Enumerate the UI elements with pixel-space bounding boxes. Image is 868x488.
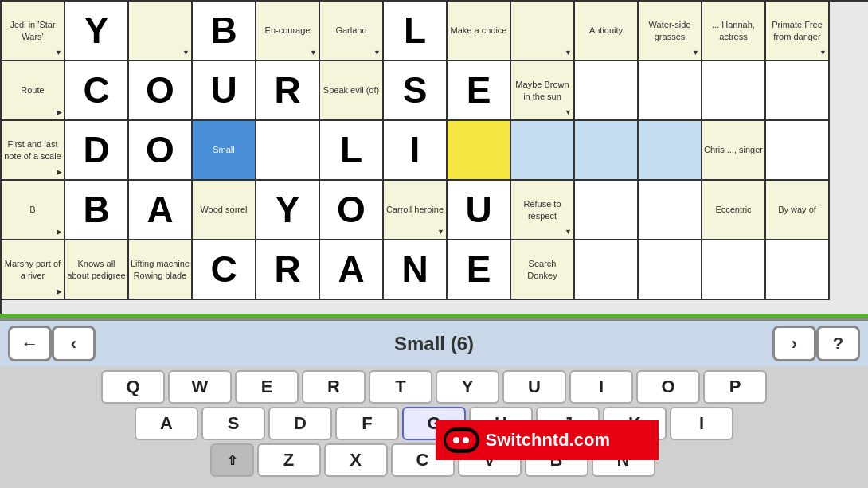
- key-T[interactable]: T: [369, 370, 432, 404]
- key-S[interactable]: S: [201, 407, 265, 440]
- cell-r5c9-search: Search Donkey: [511, 240, 575, 300]
- cell-r1c10: Antiquity: [575, 2, 639, 61]
- cell-r1c3: [129, 2, 193, 61]
- cell-r4c12-eccentric: Eccentric: [702, 181, 766, 240]
- grid: Jedi in 'Star Wars' Y B En-courage Garla…: [0, 0, 868, 314]
- key-X[interactable]: X: [324, 443, 388, 477]
- cell-r4c7-carroll: Carroll heroine: [384, 181, 448, 240]
- cell-r3c4-small[interactable]: Small: [193, 121, 256, 181]
- cell-r3c10-blue: [575, 121, 639, 181]
- cell-r5c7[interactable]: N: [384, 240, 448, 300]
- cell-r5c8[interactable]: E: [448, 240, 511, 300]
- key-A[interactable]: A: [135, 407, 198, 440]
- cell-r4c3[interactable]: A: [129, 181, 193, 240]
- key-L2[interactable]: I: [670, 407, 733, 440]
- cell-r5c1: Marshy part of a river: [2, 240, 65, 300]
- clue-text: Small (6): [96, 333, 772, 355]
- bottom-area: ← ‹ Small (6) › ? Q W E R T Y U I O P A …: [0, 318, 868, 488]
- cell-r3c12-chris: Chris ..., singer: [702, 121, 766, 181]
- cell-r2c4[interactable]: U: [193, 61, 256, 121]
- cell-r5c6[interactable]: A: [320, 240, 384, 300]
- cell-r4c8[interactable]: U: [448, 181, 511, 240]
- cell-r3c6[interactable]: L: [320, 121, 384, 181]
- keyboard: Q W E R T Y U I O P A S D F G H J K I ⇧ …: [0, 366, 868, 488]
- cell-r4c9-refuse: Refuse to respect: [511, 181, 575, 240]
- switch-logo: [444, 427, 479, 453]
- cell-r1c12: ... Hannah, actress: [702, 2, 766, 61]
- cell-r4c6[interactable]: O: [320, 181, 384, 240]
- cell-r2c3[interactable]: O: [129, 61, 193, 121]
- back-button[interactable]: ←: [8, 326, 52, 361]
- crossword-area: Jedi in 'Star Wars' Y B En-courage Garla…: [0, 0, 868, 318]
- cell-r4c10: [575, 181, 639, 240]
- key-Z[interactable]: Z: [257, 443, 321, 477]
- cell-r5c3-lifting: Lifting machine Rowing blade: [129, 240, 193, 300]
- cell-r5c13: [766, 240, 830, 300]
- cell-r1c9: [511, 2, 575, 61]
- cell-r3c5[interactable]: [256, 121, 320, 181]
- cell-r1c13: Primate Free from danger: [766, 2, 830, 61]
- cell-r3c13: [766, 121, 830, 181]
- cell-r2c12: [702, 61, 766, 121]
- cell-r2c2[interactable]: C: [65, 61, 129, 121]
- key-Q[interactable]: Q: [101, 370, 165, 404]
- key-W[interactable]: W: [168, 370, 232, 404]
- cell-r2c6-speak: Speak evil (of): [320, 61, 384, 121]
- cell-r1c2[interactable]: Y: [65, 2, 129, 61]
- key-E[interactable]: E: [235, 370, 299, 404]
- switchntd-text: Switchntd.com: [486, 430, 610, 451]
- cell-r5c11: [639, 240, 702, 300]
- cell-r4c11: [639, 181, 702, 240]
- cell-r3c11-blue: [639, 121, 702, 181]
- cell-r1c8: Make a choice: [448, 2, 511, 61]
- key-I[interactable]: I: [569, 370, 633, 404]
- key-R[interactable]: R: [302, 370, 366, 404]
- cell-r2c13: [766, 61, 830, 121]
- cell-r3c8-yellow: [448, 121, 511, 181]
- cell-r1c1: Jedi in 'Star Wars': [2, 2, 65, 61]
- cell-r1c4[interactable]: B: [193, 2, 256, 61]
- keyboard-row-3: ⇧ Z X C V B N Switchntd.com: [210, 443, 659, 477]
- keyboard-row-1: Q W E R T Y U I O P: [101, 370, 767, 404]
- prev-button[interactable]: ‹: [52, 326, 96, 361]
- cell-r2c8[interactable]: E: [448, 61, 511, 121]
- key-O[interactable]: O: [636, 370, 700, 404]
- cell-r4c13-byway: By way of: [766, 181, 830, 240]
- cell-r3c1: First and last note of a scale: [2, 121, 65, 181]
- help-button[interactable]: ?: [816, 326, 860, 361]
- green-bar: [0, 314, 868, 318]
- cell-r2c5[interactable]: R: [256, 61, 320, 121]
- cell-r4c4-wood: Wood sorrel: [193, 181, 256, 240]
- key-Y[interactable]: Y: [436, 370, 499, 404]
- cell-r1c11: Water-side grasses: [639, 2, 702, 61]
- cell-r2c7[interactable]: S: [384, 61, 448, 121]
- switchntd-badge: Switchntd.com: [436, 420, 659, 460]
- cell-r4c5[interactable]: Y: [256, 181, 320, 240]
- cell-r3c7[interactable]: I: [384, 121, 448, 181]
- cell-r4c2[interactable]: B: [65, 181, 129, 240]
- cell-r1c5: En-courage: [256, 2, 320, 61]
- cell-r3c2[interactable]: D: [65, 121, 129, 181]
- cell-r1c6-garland: Garland: [320, 2, 384, 61]
- shift-key[interactable]: ⇧: [210, 443, 254, 477]
- cell-r2c9-maybe: Maybe Brown in the sun: [511, 61, 575, 121]
- cell-r2c1: Route: [2, 61, 65, 121]
- cell-r5c4[interactable]: C: [193, 240, 256, 300]
- cell-r5c2-knows: Knows all about pedigree: [65, 240, 129, 300]
- cell-r5c10: [575, 240, 639, 300]
- cell-r3c3[interactable]: O: [129, 121, 193, 181]
- key-F[interactable]: F: [335, 407, 399, 440]
- cell-r1c7[interactable]: L: [384, 2, 448, 61]
- key-P[interactable]: P: [703, 370, 767, 404]
- clue-bar: ← ‹ Small (6) › ?: [0, 318, 868, 366]
- key-D[interactable]: D: [268, 407, 332, 440]
- cell-r3c9-blue: [511, 121, 575, 181]
- cell-r5c5[interactable]: R: [256, 240, 320, 300]
- next-button[interactable]: ›: [772, 326, 816, 361]
- key-U[interactable]: U: [502, 370, 566, 404]
- cell-r5c12: [702, 240, 766, 300]
- cell-r4c1: B: [2, 181, 65, 240]
- cell-r2c10: [575, 61, 639, 121]
- cell-r2c11: [639, 61, 702, 121]
